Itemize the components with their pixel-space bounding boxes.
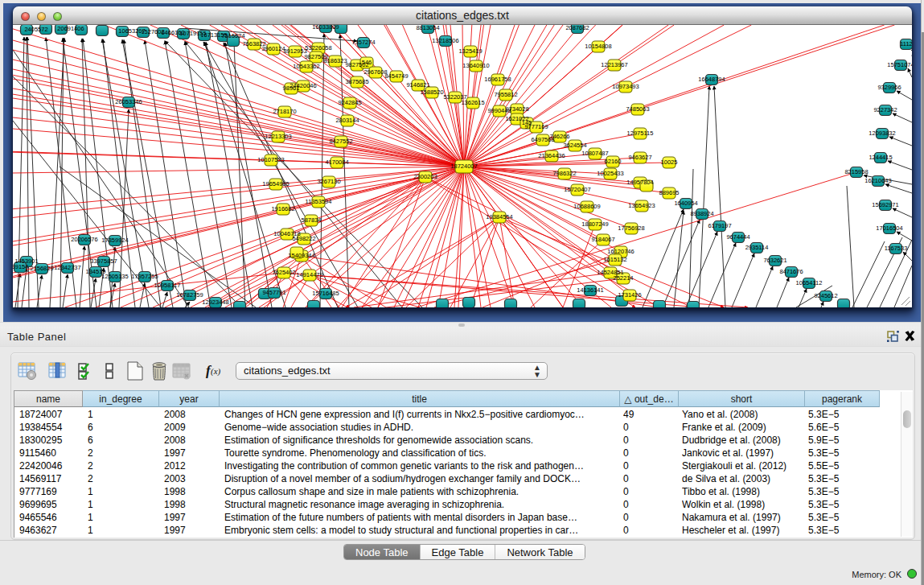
svg-text:8215958: 8215958 (844, 168, 868, 175)
svg-text:15716485: 15716485 (312, 290, 339, 297)
svg-text:1167533: 1167533 (885, 245, 908, 252)
svg-text:26053346: 26053346 (115, 98, 142, 105)
svg-text:9329966: 9329966 (877, 84, 901, 91)
svg-text:7632621: 7632621 (763, 257, 786, 264)
svg-text:53226058: 53226058 (305, 44, 331, 51)
svg-text:2718170: 2718170 (273, 108, 296, 115)
svg-text:6179197: 6179197 (708, 222, 731, 229)
svg-text:(x): (x) (211, 366, 221, 377)
svg-text:8912953: 8912953 (283, 47, 306, 55)
svg-text:62160: 62160 (605, 158, 622, 165)
svg-text:8938924: 8938924 (690, 210, 713, 217)
svg-text:10958117: 10958117 (154, 282, 181, 289)
svg-text:7986322: 7986322 (552, 170, 576, 177)
svg-text:12505135: 12505135 (101, 273, 128, 280)
svg-text:1588520: 1588520 (420, 89, 443, 96)
svg-text:1731426: 1731426 (618, 291, 641, 299)
svg-text:10025433: 10025433 (597, 170, 623, 177)
svg-text:13654923: 13654923 (628, 202, 655, 209)
svg-text:3624554: 3624554 (563, 142, 586, 149)
svg-text:16120746: 16120746 (607, 248, 634, 255)
svg-text:9242845: 9242845 (338, 99, 361, 106)
svg-text:33975857: 33975857 (90, 257, 117, 265)
svg-text:17359924: 17359924 (101, 237, 128, 244)
svg-text:5498222: 5498222 (292, 235, 315, 242)
svg-text:2087682: 2087682 (565, 25, 589, 31)
svg-text:13218506: 13218506 (432, 37, 458, 44)
svg-text:15409344: 15409344 (288, 252, 314, 259)
svg-text:1244415: 1244415 (869, 154, 892, 161)
svg-text:8427552: 8427552 (329, 138, 352, 145)
svg-text:252214: 252214 (613, 274, 633, 282)
svg-text:12213967: 12213967 (601, 61, 627, 68)
svg-text:6497568: 6497568 (531, 136, 554, 143)
svg-text:3267130: 3267130 (317, 178, 340, 185)
svg-text:12923448: 12923448 (202, 299, 228, 306)
svg-text:587834: 587834 (301, 216, 321, 224)
svg-text:14914479: 14914479 (296, 271, 322, 278)
svg-text:7485063: 7485063 (626, 105, 649, 113)
svg-text:9184067: 9184067 (591, 236, 614, 243)
svg-text:1325419: 1325419 (458, 47, 482, 55)
svg-text:9457791: 9457791 (262, 289, 285, 296)
svg-text:1362615: 1362615 (461, 99, 484, 106)
svg-text:12093832: 12093832 (869, 130, 895, 137)
svg-text:14136141: 14136141 (577, 286, 603, 294)
svg-text:20206576: 20206576 (71, 236, 97, 243)
svg-text:10025: 10025 (661, 159, 678, 166)
svg-text:889695: 889695 (659, 189, 679, 196)
svg-text:9734028: 9734028 (505, 105, 528, 113)
svg-text:10807487: 10807487 (581, 150, 608, 157)
svg-text:1112: 1112 (900, 40, 912, 47)
svg-text:10154808: 10154808 (585, 43, 611, 50)
svg-text:1640954: 1640954 (674, 200, 697, 207)
svg-text:9674444: 9674444 (726, 233, 749, 241)
svg-text:2300203: 2300203 (413, 173, 437, 180)
svg-text:11353594: 11353594 (306, 198, 332, 205)
svg-text:20691406: 20691406 (57, 25, 84, 32)
svg-text:3960124: 3960124 (261, 45, 285, 52)
svg-text:8813054: 8813054 (416, 25, 439, 31)
svg-text:12213303: 12213303 (265, 133, 291, 140)
svg-text:18724007: 18724007 (450, 163, 477, 170)
svg-text:7955812: 7955812 (494, 91, 517, 98)
svg-text:16961758: 16961758 (484, 76, 511, 83)
svg-text:39154: 39154 (13, 263, 28, 270)
svg-text:13640910: 13640910 (462, 62, 489, 69)
svg-text:17756928: 17756928 (618, 225, 644, 232)
svg-text:8186323: 8186323 (323, 57, 347, 64)
svg-text:1916682: 1916682 (271, 205, 294, 212)
svg-text:16648794: 16648794 (698, 76, 725, 83)
svg-text:7357274: 7357274 (351, 39, 375, 46)
svg-text:9463627: 9463627 (628, 154, 651, 161)
svg-text:2803144: 2803144 (335, 117, 359, 124)
svg-text:10688609: 10688609 (573, 203, 600, 210)
svg-text:7625402: 7625402 (272, 269, 295, 276)
svg-text:12342737: 12342737 (54, 264, 80, 271)
svg-text:2156829: 2156829 (30, 265, 53, 272)
svg-text:10107533: 10107533 (257, 156, 284, 163)
svg-text:546: 546 (362, 59, 372, 66)
svg-text:12975115: 12975115 (627, 130, 654, 137)
svg-text:17957255: 17957255 (131, 273, 158, 280)
svg-text:9227342: 9227342 (873, 106, 897, 113)
svg-text:15692971: 15692971 (872, 201, 898, 208)
svg-text:15720407: 15720407 (564, 186, 590, 193)
svg-text:3875685: 3875685 (345, 78, 368, 85)
svg-text:9146821: 9146821 (406, 81, 429, 89)
svg-text:16033809: 16033809 (312, 25, 339, 31)
svg-text:19654985: 19654985 (262, 180, 289, 187)
svg-text:9245612: 9245612 (814, 292, 837, 299)
svg-text:9777169: 9777169 (524, 123, 548, 130)
svg-text:10543362: 10543362 (293, 63, 319, 70)
svg-text:7515524: 7515524 (221, 32, 244, 39)
svg-text:14957804: 14957804 (626, 179, 653, 186)
svg-text:10973493: 10973493 (612, 83, 639, 90)
svg-text:8471676: 8471676 (779, 268, 803, 275)
svg-text:4170084: 4170084 (325, 159, 348, 166)
svg-text:17016504: 17016504 (876, 225, 902, 232)
svg-text:16210643: 16210643 (864, 177, 891, 184)
svg-text:21364436: 21364436 (538, 152, 565, 159)
svg-text:15751074: 15751074 (887, 61, 912, 68)
svg-text:18807249: 18807249 (581, 220, 608, 228)
